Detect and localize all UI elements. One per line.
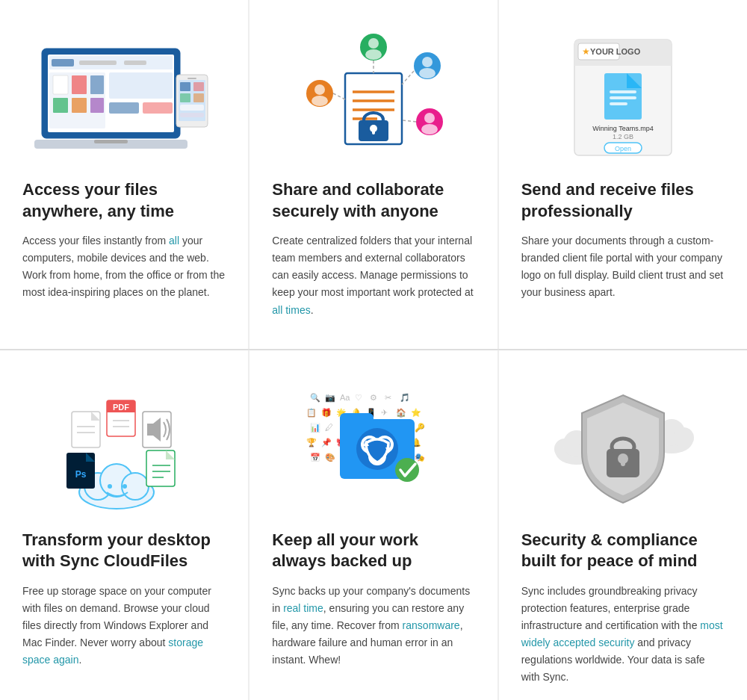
svg-point-44 bbox=[419, 68, 436, 78]
svg-point-46 bbox=[424, 113, 435, 123]
svg-point-43 bbox=[422, 57, 433, 67]
cell-send-receive: ★ YOUR LOGO Winning Teams.mp4 1.2 GB Ope… bbox=[498, 0, 747, 349]
svg-text:📌: 📌 bbox=[321, 437, 332, 447]
svg-text:⭐: ⭐ bbox=[411, 407, 421, 418]
highlight-all-times: all times bbox=[272, 304, 310, 316]
svg-line-50 bbox=[402, 71, 414, 84]
svg-rect-61 bbox=[610, 96, 636, 99]
svg-text:🏠: 🏠 bbox=[396, 407, 406, 418]
svg-point-40 bbox=[314, 84, 325, 95]
svg-rect-15 bbox=[90, 98, 104, 113]
send-receive-title: Send and receive files professionally bbox=[521, 179, 725, 222]
svg-point-72 bbox=[123, 484, 127, 489]
keep-work-title: Keep all your work always backed up bbox=[272, 530, 474, 572]
svg-text:🎭: 🎭 bbox=[415, 452, 425, 462]
svg-text:📋: 📋 bbox=[306, 407, 317, 418]
svg-rect-20 bbox=[187, 78, 196, 79]
svg-point-71 bbox=[108, 484, 112, 489]
svg-rect-3 bbox=[52, 59, 74, 66]
highlight-security: most widely accepted security bbox=[521, 619, 723, 648]
svg-rect-13 bbox=[53, 98, 68, 113]
svg-rect-154 bbox=[621, 459, 625, 466]
highlight-all: all bbox=[169, 235, 179, 247]
svg-rect-17 bbox=[94, 140, 128, 143]
keep-work-body: Sync backs up your company's documents i… bbox=[272, 583, 474, 669]
svg-rect-134 bbox=[340, 419, 374, 425]
image-transform-desktop: PDF Ps bbox=[22, 373, 226, 522]
image-send-receive: ★ YOUR LOGO Winning Teams.mp4 1.2 GB Ope… bbox=[521, 22, 725, 172]
svg-rect-14 bbox=[72, 98, 87, 113]
cell-transform-desktop: PDF Ps bbox=[0, 350, 249, 700]
svg-text:⚙: ⚙ bbox=[370, 393, 377, 402]
svg-point-142 bbox=[395, 458, 419, 482]
svg-point-37 bbox=[368, 38, 379, 49]
svg-text:★: ★ bbox=[582, 46, 590, 57]
svg-text:📊: 📊 bbox=[310, 422, 320, 433]
svg-rect-23 bbox=[180, 93, 190, 102]
svg-text:📷: 📷 bbox=[325, 392, 335, 403]
svg-rect-4 bbox=[79, 61, 117, 65]
svg-rect-60 bbox=[610, 90, 636, 93]
svg-rect-35 bbox=[372, 128, 375, 134]
svg-point-150 bbox=[673, 427, 694, 448]
svg-text:📅: 📅 bbox=[310, 452, 320, 462]
send-receive-body: Share your documents through a custom-br… bbox=[521, 232, 725, 301]
top-row: Access your files anywhere, any time Acc… bbox=[0, 0, 747, 350]
svg-rect-62 bbox=[610, 102, 627, 105]
svg-rect-25 bbox=[180, 105, 204, 111]
svg-rect-7 bbox=[109, 72, 173, 99]
image-keep-work: 🔍 📷 Aa ♡ ⚙ ✂ 🎵 📋 🎁 🌟 🔔 📱 ✈ 🏠 ⭐ 📊 🖊 bbox=[272, 373, 474, 522]
svg-text:🖊: 🖊 bbox=[325, 423, 333, 432]
svg-text:Open: Open bbox=[615, 145, 631, 152]
security-compliance-title: Security & compliance built for peace of… bbox=[521, 530, 725, 572]
highlight-storage: storage space again bbox=[22, 636, 203, 666]
svg-rect-10 bbox=[53, 75, 68, 94]
svg-text:✂: ✂ bbox=[385, 393, 391, 402]
svg-text:PDF: PDF bbox=[113, 403, 129, 412]
security-compliance-body: Sync includes groundbreaking privacy pro… bbox=[521, 583, 725, 687]
transform-desktop-body: Free up storage space on your computer w… bbox=[22, 583, 226, 669]
image-share-collaborate bbox=[272, 22, 474, 172]
svg-point-41 bbox=[311, 96, 328, 106]
cell-keep-work: 🔍 📷 Aa ♡ ⚙ ✂ 🎵 📋 🎁 🌟 🔔 📱 ✈ 🏠 ⭐ 📊 🖊 bbox=[249, 350, 498, 700]
svg-text:YOUR LOGO: YOUR LOGO bbox=[590, 47, 641, 56]
svg-text:♡: ♡ bbox=[355, 393, 362, 402]
svg-rect-9 bbox=[143, 102, 173, 114]
svg-rect-26 bbox=[180, 113, 204, 117]
svg-text:🎨: 🎨 bbox=[325, 452, 335, 462]
svg-line-51 bbox=[402, 120, 416, 122]
svg-rect-11 bbox=[72, 75, 87, 94]
svg-rect-12 bbox=[90, 75, 104, 94]
svg-rect-22 bbox=[193, 82, 204, 91]
access-files-title: Access your files anywhere, any time bbox=[22, 179, 226, 222]
svg-text:✈: ✈ bbox=[381, 408, 388, 417]
image-access-files bbox=[22, 22, 226, 172]
highlight-ransomware: ransomware bbox=[403, 619, 460, 631]
svg-text:1.2 GB: 1.2 GB bbox=[613, 133, 633, 140]
svg-text:🎵: 🎵 bbox=[400, 392, 410, 403]
share-collaborate-title: Share and collaborate securely with anyo… bbox=[272, 179, 474, 222]
svg-point-47 bbox=[421, 124, 438, 134]
svg-text:Ps: Ps bbox=[75, 469, 87, 480]
transform-desktop-title: Transform your desktop with Sync CloudFi… bbox=[22, 530, 226, 572]
bottom-row: PDF Ps bbox=[0, 350, 747, 700]
svg-rect-5 bbox=[124, 61, 146, 65]
svg-point-38 bbox=[365, 49, 382, 60]
svg-rect-24 bbox=[193, 93, 204, 102]
svg-rect-8 bbox=[109, 102, 139, 114]
svg-rect-21 bbox=[180, 82, 190, 91]
access-files-body: Access your files instantly from all you… bbox=[22, 232, 226, 301]
image-security-compliance bbox=[521, 373, 725, 522]
cell-access-files: Access your files anywhere, any time Acc… bbox=[0, 0, 249, 349]
svg-text:🔑: 🔑 bbox=[415, 422, 425, 433]
svg-text:Winning Teams.mp4: Winning Teams.mp4 bbox=[592, 125, 653, 132]
highlight-real-time: real time bbox=[283, 602, 323, 614]
cell-security-compliance: Security & compliance built for peace of… bbox=[498, 350, 747, 700]
cell-share-collaborate: Share and collaborate securely with anyo… bbox=[249, 0, 498, 349]
svg-text:🔍: 🔍 bbox=[310, 392, 320, 403]
svg-text:🎁: 🎁 bbox=[321, 407, 332, 418]
share-collaborate-body: Create centralized folders that your int… bbox=[272, 232, 474, 318]
svg-text:Aa: Aa bbox=[340, 393, 350, 402]
svg-text:🏆: 🏆 bbox=[306, 437, 317, 447]
svg-line-48 bbox=[333, 93, 345, 99]
